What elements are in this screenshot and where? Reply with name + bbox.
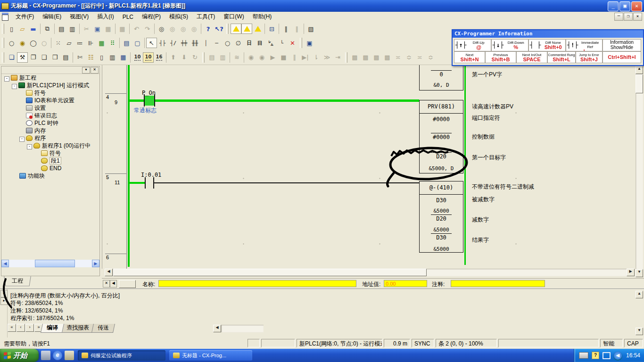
go-up-icon[interactable]: ⬆ (168, 52, 179, 63)
address-reference-icon[interactable]: ❑ (39, 52, 50, 63)
window-switcher-icon[interactable] (603, 352, 611, 359)
language-bar-collapse-icon[interactable]: ◀ (614, 352, 622, 360)
workspace-tree-icon[interactable]: ⠿ (107, 38, 118, 48)
new-closed-contact-icon[interactable]: ┤/ (168, 38, 179, 48)
new-or-closed-contact-icon[interactable]: ╫╫ (190, 38, 200, 48)
differential-monitor-icon[interactable]: ▣ (304, 38, 315, 48)
toolbar-handle[interactable] (2, 52, 4, 63)
tree-item-memory[interactable]: 内存 (26, 127, 46, 134)
scroll-left-icon[interactable]: ◀ (1, 260, 9, 267)
paste-icon[interactable]: ▦ (103, 24, 114, 34)
menu-file[interactable]: 文件(F) (11, 12, 38, 22)
memory-card-4-icon[interactable]: ▩ (382, 52, 393, 63)
symbol-bar-icon[interactable]: ⊪ (85, 38, 96, 48)
scrollbar-thumb[interactable] (636, 74, 643, 93)
step-run-icon[interactable]: ▶| (300, 52, 311, 63)
paste-rung-icon[interactable]: ▦ (117, 24, 128, 34)
replace-icon[interactable]: ◎ (167, 24, 178, 34)
tree-item-program-symbols[interactable]: 符号 (41, 149, 61, 157)
tree-item-plc[interactable]: -新PLC1[CP1H] 运行模式 (12, 82, 89, 89)
contact-p-on[interactable] (145, 96, 154, 106)
tree-item-plc-clock[interactable]: PLC 时钟 (26, 119, 58, 127)
menu-plc[interactable]: PLC (118, 13, 138, 21)
zoom-fit-icon[interactable]: ◯ (28, 38, 39, 48)
cross-reference-icon[interactable]: ❐ (28, 52, 39, 63)
io-comment-view-icon[interactable]: ▢ (132, 38, 143, 48)
rung-manager-icon[interactable]: ☷ (85, 52, 96, 63)
tab-project[interactable]: 工程 (4, 276, 31, 286)
symbol-bar-close-icon[interactable]: ✕ (103, 280, 110, 288)
rung-annotation-icon[interactable]: ≔ (74, 38, 85, 48)
monitor-sampling-icon[interactable] (252, 24, 263, 34)
menu-edit[interactable]: 编辑(E) (38, 12, 66, 22)
tab-scroll-first-icon[interactable]: « (8, 324, 16, 332)
work-online-icon[interactable] (231, 24, 241, 34)
memory-view-icon[interactable]: ▥ (107, 52, 118, 63)
scrollbar-thumb[interactable] (113, 269, 427, 276)
data-trace-icon[interactable]: ▦ (118, 52, 129, 63)
menu-insert[interactable]: 插入(I) (93, 12, 118, 22)
comment-field[interactable] (451, 280, 545, 287)
name-field[interactable] (158, 280, 356, 287)
rung-margin-5[interactable]: 5 11 (105, 173, 127, 254)
io-set-3-icon[interactable]: ≍ (414, 52, 425, 63)
ladder-scroll-right-icon[interactable]: ▶ (627, 269, 635, 276)
toolbar-handle[interactable] (300, 38, 302, 48)
ladder-scroll-left-icon[interactable]: ◀ (105, 269, 113, 276)
find-next-icon[interactable]: ◎ (178, 24, 189, 34)
mnemonic-edit-icon[interactable]: ✄ (74, 52, 85, 63)
transfer-to-plc-icon[interactable]: ▤ (206, 52, 217, 63)
watch-window-icon[interactable]: ❒ (50, 52, 60, 63)
print-icon[interactable]: ▤ (56, 24, 67, 34)
find-icon[interactable]: ◎ (156, 24, 167, 34)
child-minimize-button[interactable]: ─ (614, 13, 623, 21)
keyboard-icon[interactable] (579, 352, 588, 359)
output-horizontal-scrollbar[interactable] (221, 325, 264, 332)
cx-programmer-information-window[interactable]: CX-Programmer Information Find Address ┤… (452, 29, 644, 66)
new-tr-icon[interactable]: ㍕ (265, 38, 276, 48)
child-close-button[interactable]: ✕ (633, 13, 642, 21)
menu-simulation[interactable]: 模拟(S) (165, 12, 192, 22)
toolbar-handle[interactable] (2, 38, 4, 48)
new-instruction-variant-icon[interactable]: 目 (255, 38, 265, 48)
instruction-block-prv881[interactable]: PRV(881) #0000 #0000 D20 &5000, D (419, 100, 463, 173)
online-edit-send-icon[interactable]: ◉ (256, 52, 267, 63)
transfer-from-plc-icon[interactable]: ▥ (217, 52, 228, 63)
internet-explorer-icon[interactable]: e (53, 351, 62, 360)
delete-icon[interactable]: ✕ (287, 38, 298, 48)
rung-margin-6[interactable]: 6 (105, 254, 127, 269)
step-in-icon[interactable]: ⇂ (311, 52, 322, 63)
menu-tools[interactable]: 工具(T) (192, 12, 219, 22)
new-coil-icon[interactable]: ○ (222, 38, 233, 48)
toolbar-handle[interactable] (345, 52, 347, 63)
tree-item-io-table[interactable]: IO表和单元设置 (26, 97, 74, 104)
symbol-bar-collapse-icon[interactable]: ◀ (110, 280, 117, 288)
io-set-2-icon[interactable]: ≎ (404, 52, 414, 63)
context-help-icon[interactable]: ↖? (214, 24, 224, 34)
help-icon[interactable]: ? (203, 24, 214, 34)
input-method-help-icon[interactable]: ? (592, 352, 599, 359)
toolbar-handle[interactable] (2, 24, 4, 34)
child-window-icon[interactable] (2, 13, 8, 21)
memory-card-3-icon[interactable]: ▩ (371, 52, 382, 63)
new-icon[interactable]: ▯ (6, 24, 17, 34)
expander-icon[interactable]: - (27, 144, 32, 149)
io-set-4-icon[interactable]: ≎ (425, 52, 436, 63)
tree-item-project[interactable]: -新工程 (4, 74, 36, 82)
save-icon[interactable]: ▬ (28, 24, 39, 34)
tree-item-error-log[interactable]: 错误日志 (26, 112, 57, 119)
undo-icon[interactable]: ↶ (131, 24, 142, 34)
ladder-scroll-up-icon[interactable]: ▲ (636, 66, 643, 74)
scrollbar-thumb[interactable] (35, 260, 75, 267)
tab-transfer[interactable]: 传送 (91, 324, 115, 333)
contact-label[interactable]: P_On (142, 90, 156, 96)
output-scroll-down-icon[interactable]: ▼ (636, 328, 643, 335)
toolbar-handle[interactable] (202, 52, 205, 63)
scroll-right-icon[interactable]: ▶ (92, 260, 99, 267)
tree-horizontal-scrollbar[interactable]: ◀ ▶ (1, 260, 99, 267)
io-table-icon[interactable]: ▯ (96, 52, 107, 63)
rung-wrap-icon[interactable]: ▱ (64, 38, 74, 48)
grid-icon[interactable]: ⁙ (53, 38, 64, 48)
online-edit-begin-icon[interactable]: ◉ (246, 52, 256, 63)
program-check-icon[interactable]: ▧ (305, 24, 316, 34)
